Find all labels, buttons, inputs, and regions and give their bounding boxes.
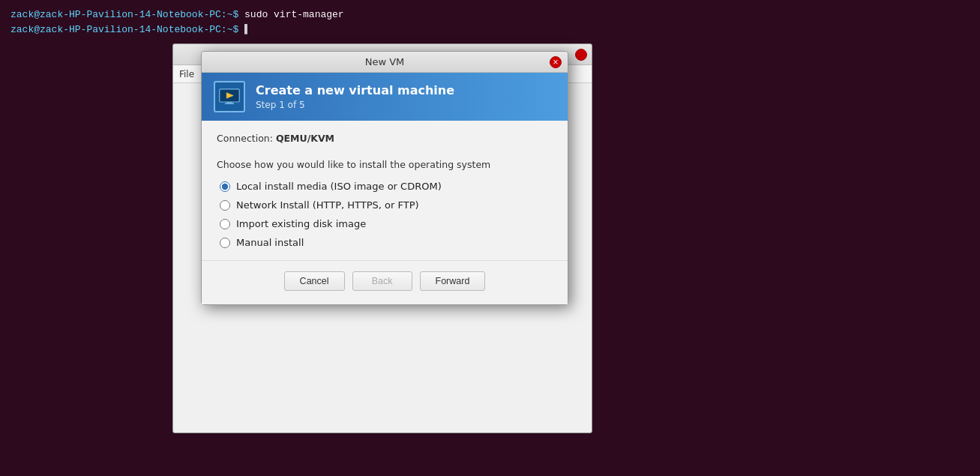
- terminal-line-2: zack@zack-HP-Pavilion-14-Notebook-PC:~$ …: [10, 22, 970, 37]
- menu-file[interactable]: File: [179, 69, 194, 79]
- option-manual-install[interactable]: Manual install: [220, 237, 553, 248]
- virt-manager-close-button[interactable]: [575, 49, 587, 61]
- connection-line: Connection: QEMU/KVM: [217, 133, 553, 144]
- cancel-button[interactable]: Cancel: [284, 271, 345, 291]
- dialog-footer: Cancel Back Forward: [202, 260, 568, 304]
- dialog-header-title: Create a new virtual machine: [256, 83, 454, 97]
- dialog-body: Connection: QEMU/KVM Choose how you woul…: [202, 121, 568, 260]
- connection-label: Connection:: [217, 133, 276, 144]
- radio-manual-install[interactable]: [220, 238, 230, 248]
- dialog-header-banner: Create a new virtual machine Step 1 of 5: [202, 73, 568, 121]
- new-vm-dialog: New VM × Create a new virtual machine St…: [201, 51, 568, 305]
- radio-local-install[interactable]: [220, 181, 230, 192]
- option-local-install[interactable]: Local install media (ISO image or CDROM): [220, 181, 553, 192]
- svg-rect-3: [225, 103, 234, 105]
- vm-icon: [214, 81, 245, 112]
- dialog-titlebar: New VM ×: [202, 52, 568, 73]
- radio-import-disk[interactable]: [220, 219, 230, 229]
- install-options: Local install media (ISO image or CDROM)…: [217, 181, 553, 248]
- terminal-prompt-2: zack@zack-HP-Pavilion-14-Notebook-PC:~$: [10, 24, 238, 35]
- dialog-title: New VM: [365, 56, 405, 67]
- option-network-install-label: Network Install (HTTP, HTTPS, or FTP): [236, 199, 419, 211]
- svg-rect-2: [226, 102, 232, 103]
- terminal-prompt-1: zack@zack-HP-Pavilion-14-Notebook-PC:~$: [10, 9, 238, 20]
- terminal-line-1: zack@zack-HP-Pavilion-14-Notebook-PC:~$ …: [10, 7, 970, 22]
- option-local-install-label: Local install media (ISO image or CDROM): [236, 181, 442, 192]
- option-network-install[interactable]: Network Install (HTTP, HTTPS, or FTP): [220, 199, 553, 211]
- connection-value: QEMU/KVM: [276, 133, 334, 144]
- option-manual-install-label: Manual install: [236, 237, 304, 248]
- option-import-disk[interactable]: Import existing disk image: [220, 218, 553, 229]
- monitor-play-icon: [219, 88, 240, 105]
- forward-button[interactable]: Forward: [420, 271, 486, 291]
- dialog-header-subtitle: Step 1 of 5: [256, 100, 454, 110]
- radio-network-install[interactable]: [220, 200, 230, 211]
- choose-text: Choose how you would like to install the…: [217, 159, 553, 170]
- option-import-disk-label: Import existing disk image: [236, 218, 366, 229]
- terminal-cmd-1: sudo virt-manager: [238, 9, 343, 20]
- back-button[interactable]: Back: [352, 271, 412, 291]
- terminal-cmd-2: [238, 24, 244, 35]
- dialog-header-text: Create a new virtual machine Step 1 of 5: [256, 83, 454, 110]
- dialog-close-button[interactable]: ×: [550, 56, 562, 68]
